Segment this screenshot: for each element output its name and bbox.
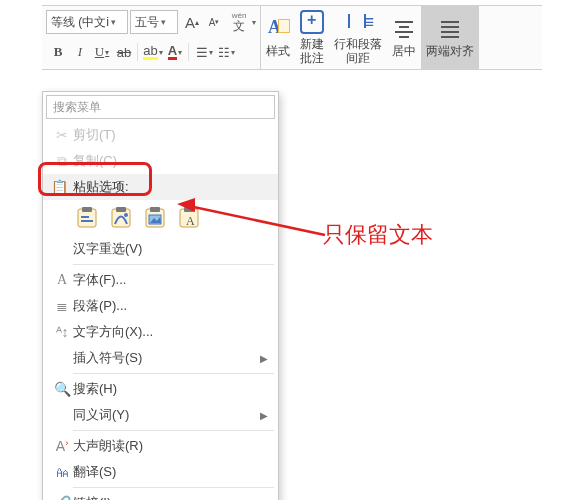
submenu-arrow-icon: ▶	[260, 353, 268, 364]
annotation-label: 只保留文本	[323, 220, 433, 250]
numbering-icon: ☷	[218, 45, 230, 60]
comment-icon	[300, 10, 324, 34]
font-family-value: 等线 (中文ⅰ	[51, 14, 109, 31]
svg-point-6	[124, 213, 128, 217]
paste-picture-button[interactable]	[141, 204, 169, 232]
svg-rect-12	[184, 207, 194, 212]
paste-picture-icon	[143, 206, 167, 230]
menu-paste-options-row: A	[43, 200, 278, 236]
paragraph-dialog-icon: ≣	[51, 298, 73, 314]
paste-text-only-icon: A	[177, 206, 201, 230]
menu-copy: ⧉ 复制(C)	[43, 148, 278, 174]
styles-button[interactable]: 样式	[261, 6, 295, 69]
svg-rect-3	[81, 220, 93, 222]
italic-button[interactable]: I	[70, 41, 90, 63]
strikethrough-button[interactable]: ab	[114, 41, 134, 63]
menu-cut: ✂ 剪切(T)	[43, 122, 278, 148]
paste-keep-source-button[interactable]	[73, 204, 101, 232]
menu-separator	[73, 487, 274, 488]
font-family-combo[interactable]: 等线 (中文ⅰ ▾	[46, 10, 128, 34]
menu-translate[interactable]: 🗛 翻译(S)	[43, 459, 278, 485]
menu-separator	[73, 430, 274, 431]
chevron-down-icon: ▾	[252, 18, 256, 27]
align-justify-button[interactable]: 两端对齐	[421, 6, 479, 69]
read-aloud-icon: A›	[51, 438, 73, 454]
paste-merge-formatting-icon	[109, 206, 133, 230]
styles-icon	[266, 17, 290, 41]
font-size-combo[interactable]: 五号 ▾	[130, 10, 178, 34]
copy-icon: ⧉	[51, 153, 73, 170]
bullets-button[interactable]: ☰▾	[194, 41, 214, 63]
submenu-arrow-icon: ▶	[260, 410, 268, 421]
translate-icon: 🗛	[51, 464, 73, 480]
paste-text-only-button[interactable]: A	[175, 204, 203, 232]
bold-button[interactable]: B	[48, 41, 68, 63]
svg-rect-1	[82, 207, 92, 212]
highlight-color-button[interactable]: ab▾	[143, 41, 163, 63]
paste-icon: 📋	[51, 179, 73, 195]
menu-search[interactable]: 🔍 搜索(H)	[43, 376, 278, 402]
menu-text-direction[interactable]: ᴬ↕ 文字方向(X)...	[43, 319, 278, 345]
font-dialog-icon: A	[51, 272, 73, 288]
menu-separator	[73, 264, 274, 265]
chevron-down-icon: ▾	[111, 17, 116, 27]
ribbon-font-group: 等线 (中文ⅰ ▾ 五号 ▾ A▴ A▾ wén 文 ▾ B I U▾ ab a…	[42, 6, 261, 69]
shrink-font-button[interactable]: A▾	[204, 11, 224, 33]
numbering-button[interactable]: ☷▾	[216, 41, 236, 63]
context-menu: 搜索菜单 ✂ 剪切(T) ⧉ 复制(C) 📋 粘贴选项:	[42, 91, 279, 500]
menu-read-aloud[interactable]: A› 大声朗读(R)	[43, 433, 278, 459]
search-icon: 🔍	[51, 381, 73, 397]
font-size-value: 五号	[135, 14, 159, 31]
menu-search-input[interactable]: 搜索菜单	[46, 95, 275, 119]
svg-rect-8	[150, 207, 160, 212]
menu-hanzi-reselect[interactable]: 汉字重选(V)	[43, 236, 278, 262]
grow-font-button[interactable]: A▴	[182, 11, 202, 33]
align-justify-icon	[438, 17, 462, 41]
menu-hyperlink[interactable]: 🔗 链接(I) ▶	[43, 490, 278, 500]
paste-merge-formatting-button[interactable]	[107, 204, 135, 232]
underline-button[interactable]: U▾	[92, 41, 112, 63]
menu-font[interactable]: A 字体(F)...	[43, 267, 278, 293]
bullets-icon: ☰	[196, 45, 208, 60]
svg-rect-5	[116, 207, 126, 212]
menu-thesaurus[interactable]: 同义词(Y) ▶	[43, 402, 278, 428]
align-center-icon	[392, 17, 416, 41]
menu-insert-symbol[interactable]: 插入符号(S) ▶	[43, 345, 278, 371]
link-icon: 🔗	[51, 495, 73, 500]
menu-paste-options-header: 📋 粘贴选项:	[43, 174, 278, 200]
ribbon-large-buttons: 样式 新建 批注 行和段落 间距 居中 两端对齐	[261, 6, 479, 69]
align-center-button[interactable]: 居中	[387, 6, 421, 69]
svg-text:A: A	[186, 214, 195, 228]
phonetic-guide-button[interactable]: wén 文	[226, 11, 252, 33]
chevron-down-icon: ▾	[161, 17, 166, 27]
text-direction-icon: ᴬ↕	[51, 324, 73, 340]
new-comment-button[interactable]: 新建 批注	[295, 6, 329, 69]
menu-paragraph[interactable]: ≣ 段落(P)...	[43, 293, 278, 319]
ribbon: 等线 (中文ⅰ ▾ 五号 ▾ A▴ A▾ wén 文 ▾ B I U▾ ab a…	[42, 5, 542, 70]
cut-icon: ✂	[51, 127, 73, 143]
line-spacing-button[interactable]: 行和段落 间距	[329, 6, 387, 69]
highlight-icon: ab	[143, 44, 157, 60]
paste-keep-source-icon	[75, 206, 99, 230]
spacing-icon	[346, 10, 370, 34]
font-color-button[interactable]: A▾	[165, 41, 185, 63]
svg-rect-2	[81, 216, 89, 218]
menu-separator	[73, 373, 274, 374]
